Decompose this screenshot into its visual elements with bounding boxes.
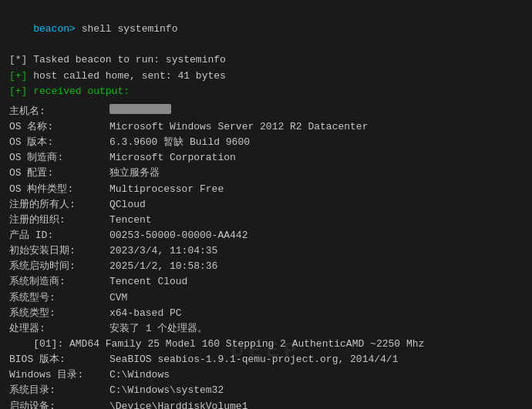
info-value: 2025/1/2, 10:58:36 <box>109 259 217 274</box>
host-line: [+] host called home, sent: 41 bytes <box>9 69 523 84</box>
info-value: Microsoft Corporation <box>109 150 236 166</box>
output-container: [*] Tasked beacon to run: systeminfo[+] … <box>9 52 523 409</box>
info-label: 注册的所有人: <box>9 197 109 213</box>
info-label: 主机名: <box>9 104 109 119</box>
info-value: 独立服务器 <box>109 166 160 181</box>
info-value: QCloud <box>109 197 146 213</box>
star-icon: [*] <box>9 54 27 65</box>
info-value: 00253-50000-00000-AA442 <box>109 228 247 243</box>
info-value: C:\Windows\system32 <box>109 383 224 398</box>
info-row: OS 版本: 6.3.9600 暂缺 Build 9600 <box>9 135 523 150</box>
info-row: 处理器: 安装了 1 个处理器。 <box>9 321 523 337</box>
info-value: Multiprocessor Free <box>109 182 224 197</box>
info-value: 安装了 1 个处理器。 <box>109 321 207 337</box>
info-label: 注册的组织: <box>9 213 109 228</box>
info-value: Tencent <box>109 213 152 228</box>
info-row: BIOS 版本: SeaBIOS seabios-1.9.1-qemu-proj… <box>9 352 523 367</box>
info-label: OS 制造商: <box>9 150 109 166</box>
info-value: 2023/3/4, 11:04:35 <box>109 243 217 259</box>
info-label: 启动设备: <box>9 399 109 409</box>
info-row: OS 配置: 独立服务器 <box>9 166 523 181</box>
info-label: Windows 目录: <box>9 367 109 383</box>
info-value: Microsoft Windows Server 2012 R2 Datacen… <box>109 119 368 135</box>
info-indent-value: [01]: AMD64 Family 25 Model 160 Stepping… <box>9 338 424 350</box>
blurred-value <box>109 104 171 114</box>
prompt-beacon: beacon> <box>33 23 76 35</box>
info-value: \Device\HarddiskVolume1 <box>109 399 247 409</box>
info-row: 注册的组织: Tencent <box>9 213 523 228</box>
info-label: OS 版本: <box>9 135 109 150</box>
info-row: 系统制造商: Tencent Cloud <box>9 274 523 290</box>
info-label: 产品 ID: <box>9 228 109 243</box>
info-row: 系统型号: CVM <box>9 290 523 306</box>
tasked-line: [*] Tasked beacon to run: systeminfo <box>9 52 523 68</box>
info-value: CVM <box>109 290 127 306</box>
info-row: 系统启动时间: 2025/1/2, 10:58:36 <box>9 259 523 274</box>
plus-icon: [+] <box>9 70 27 82</box>
info-row: OS 名称: Microsoft Windows Server 2012 R2 … <box>9 119 523 135</box>
info-row: 系统类型: x64-based PC <box>9 306 523 321</box>
info-label: OS 构件类型: <box>9 182 109 197</box>
info-row: Windows 目录: C:\Windows <box>9 367 523 383</box>
command-line: beacon> shell systeminfo <box>9 6 523 52</box>
received-plus-icon: [+] <box>9 85 27 97</box>
info-value: C:\Windows <box>109 367 170 383</box>
info-row: 注册的所有人: QCloud <box>9 197 523 213</box>
info-indent-row: [01]: AMD64 Family 25 Model 160 Stepping… <box>9 337 523 352</box>
info-label: OS 配置: <box>9 166 109 181</box>
info-row: 初始安装日期: 2023/3/4, 11:04:35 <box>9 243 523 259</box>
info-value: Tencent Cloud <box>109 274 187 290</box>
info-row: 系统目录: C:\Windows\system32 <box>9 383 523 398</box>
info-value: SeaBIOS seabios-1.9.1-qemu-project.org, … <box>109 352 398 367</box>
info-label: 系统型号: <box>9 290 109 306</box>
info-label: 系统启动时间: <box>9 259 109 274</box>
info-row: OS 制造商: Microsoft Corporation <box>9 150 523 166</box>
info-label: 系统目录: <box>9 383 109 398</box>
info-row: 启动设备: \Device\HarddiskVolume1 <box>9 399 523 409</box>
info-row: 产品 ID: 00253-50000-00000-AA442 <box>9 228 523 243</box>
terminal-window: beacon> shell systeminfo [*] Tasked beac… <box>0 0 532 409</box>
info-row: 主机名: <box>9 104 523 119</box>
received-line: [+] received output: <box>9 84 523 99</box>
info-value: x64-based PC <box>109 306 182 321</box>
info-label: 初始安装日期: <box>9 243 109 259</box>
info-label: BIOS 版本: <box>9 352 109 367</box>
info-row: OS 构件类型: Multiprocessor Free <box>9 182 523 197</box>
info-label: 系统类型: <box>9 306 109 321</box>
info-label: OS 名称: <box>9 119 109 135</box>
info-label: 系统制造商: <box>9 274 109 290</box>
info-value: 6.3.9600 暂缺 Build 9600 <box>109 135 250 150</box>
info-label: 处理器: <box>9 321 109 337</box>
prompt-cmd: shell systeminfo <box>76 23 178 35</box>
